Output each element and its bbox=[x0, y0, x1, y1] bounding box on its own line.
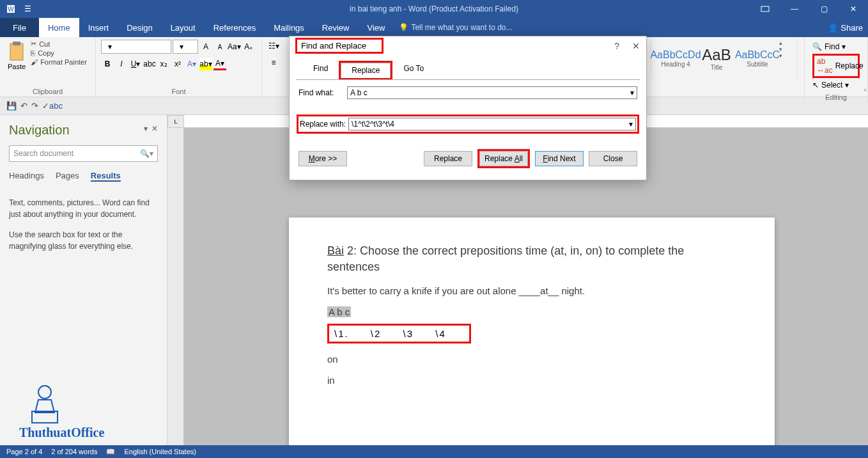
replace-with-input[interactable]: \1^t\2^t\3^t\4▾ bbox=[348, 118, 636, 130]
nav-tab-headings[interactable]: Headings bbox=[9, 171, 44, 182]
font-color-button[interactable]: A▾ bbox=[213, 58, 226, 70]
doc-result-row: \1. \2 \3 \4 bbox=[327, 324, 471, 344]
status-language[interactable]: English (United States) bbox=[124, 448, 196, 455]
style-heading4[interactable]: AaBbCcDdHeading 4 bbox=[656, 40, 695, 77]
style-name: Title bbox=[711, 64, 723, 71]
replace-button[interactable]: ab↔acReplace bbox=[812, 54, 860, 78]
tab-file[interactable]: File bbox=[0, 18, 39, 37]
navigation-search-input[interactable]: Search document 🔍▾ bbox=[9, 145, 158, 162]
dialog-tab-replace[interactable]: Replace bbox=[341, 63, 391, 78]
minimize-button[interactable]: — bbox=[780, 0, 809, 18]
italic-button[interactable]: I bbox=[115, 58, 128, 70]
chevron-down-icon: ▾ bbox=[108, 42, 112, 51]
undo-icon[interactable]: ↶ bbox=[20, 101, 27, 111]
result-cell: \1. bbox=[334, 328, 349, 339]
abc-highlight: A b c bbox=[327, 306, 351, 317]
status-proofing-icon[interactable]: 📖 bbox=[106, 448, 115, 456]
shrink-font-button[interactable]: A bbox=[213, 40, 226, 53]
find-button[interactable]: 🔍Find▾ bbox=[812, 42, 860, 51]
tab-view[interactable]: View bbox=[358, 18, 394, 37]
chevron-down-icon[interactable]: ▾ bbox=[629, 120, 633, 129]
spellcheck-icon[interactable]: ✓abc bbox=[42, 101, 63, 111]
tab-insert[interactable]: Insert bbox=[79, 18, 118, 37]
font-size-combo[interactable]: ▾ bbox=[173, 40, 198, 54]
document-page[interactable]: Bài 2: Choose the correct prepositions t… bbox=[289, 217, 775, 445]
highlight-button[interactable]: ab▾ bbox=[199, 58, 212, 70]
tab-home[interactable]: Home bbox=[39, 18, 79, 37]
nav-hint-1: Text, comments, pictures... Word can fin… bbox=[9, 197, 158, 220]
tab-references[interactable]: References bbox=[205, 18, 265, 37]
text-effects-button[interactable]: A▾ bbox=[185, 58, 198, 70]
dialog-help-icon[interactable]: ? bbox=[614, 41, 619, 51]
status-words[interactable]: 2 of 204 words bbox=[51, 448, 97, 455]
navigation-title: Navigation bbox=[9, 123, 158, 138]
tell-me-search[interactable]: 💡 Tell me what you want to do... bbox=[399, 18, 512, 37]
replace-with-label: Replace with: bbox=[300, 120, 348, 129]
format-painter-button[interactable]: 🖌Format Painter bbox=[31, 58, 87, 66]
bullets-button[interactable]: ☷▾ bbox=[267, 40, 280, 52]
superscript-button[interactable]: x² bbox=[171, 58, 184, 70]
cut-button[interactable]: ✂Cut bbox=[31, 40, 87, 48]
replace-all-button[interactable]: Replace All bbox=[479, 151, 528, 166]
paste-button[interactable]: Paste bbox=[5, 40, 28, 72]
more-button[interactable]: MMore >>ore >> bbox=[298, 151, 347, 166]
clear-formatting-button[interactable]: Aₓ bbox=[242, 40, 255, 53]
tell-me-placeholder: Tell me what you want to do... bbox=[411, 23, 512, 32]
status-page[interactable]: Page 2 of 4 bbox=[6, 448, 42, 455]
font-group-label: Font bbox=[101, 86, 256, 95]
ruler-vertical[interactable] bbox=[167, 128, 184, 445]
svg-rect-3 bbox=[761, 6, 769, 12]
share-button[interactable]: 👤 Share bbox=[828, 18, 863, 37]
tab-review[interactable]: Review bbox=[313, 18, 359, 37]
style-title[interactable]: AaBTitle bbox=[697, 40, 736, 77]
group-paragraph: ☷▾ ≡ bbox=[262, 37, 288, 97]
dialog-tab-goto[interactable]: Go To bbox=[392, 61, 435, 79]
style-name: Heading 4 bbox=[661, 61, 690, 68]
lightbulb-icon: 💡 bbox=[399, 23, 408, 32]
tab-layout[interactable]: Layout bbox=[162, 18, 205, 37]
ruler-corner[interactable]: L bbox=[167, 115, 184, 128]
redo-icon[interactable]: ↷ bbox=[31, 101, 38, 111]
find-next-button[interactable]: Find Next bbox=[535, 151, 584, 166]
collapse-ribbon-icon[interactable]: ^ bbox=[864, 88, 867, 95]
close-window-button[interactable]: ✕ bbox=[839, 0, 868, 18]
editing-group-label: Editing bbox=[810, 92, 862, 101]
align-left-button[interactable]: ≡ bbox=[267, 56, 280, 69]
group-editing: 🔍Find▾ ab↔acReplace ↖Select▾ Editing bbox=[804, 37, 868, 102]
subscript-button[interactable]: x₂ bbox=[157, 58, 170, 70]
change-case-button[interactable]: Aa▾ bbox=[228, 40, 241, 53]
title-bar: W ☰ in bai tieng anh - Word (Product Act… bbox=[0, 0, 868, 18]
tab-design[interactable]: Design bbox=[118, 18, 161, 37]
underline-button[interactable]: U▾ bbox=[129, 58, 142, 70]
font-family-combo[interactable]: ▾ bbox=[101, 40, 171, 54]
replace-one-button[interactable]: Replace bbox=[424, 151, 472, 166]
strikethrough-button[interactable]: abc bbox=[143, 58, 156, 70]
nav-dropdown-icon[interactable]: ▾ bbox=[144, 124, 148, 133]
doc-on: on bbox=[327, 354, 736, 365]
nav-close-icon[interactable]: ✕ bbox=[151, 124, 158, 133]
result-cell: \2 bbox=[371, 328, 382, 339]
styles-gallery-scroll[interactable]: ▴▾▾ bbox=[779, 40, 782, 59]
style-subtitle[interactable]: AaBbCcCSubtitle bbox=[738, 40, 777, 77]
maximize-button[interactable]: ▢ bbox=[809, 0, 839, 18]
brush-icon: 🖌 bbox=[31, 58, 38, 66]
grow-font-button[interactable]: A bbox=[199, 40, 212, 53]
dialog-close-button[interactable]: Close bbox=[589, 151, 637, 166]
bold-button[interactable]: B bbox=[101, 58, 114, 70]
word-app-icon[interactable]: W bbox=[4, 2, 18, 16]
copy-button[interactable]: ⎘Copy bbox=[31, 49, 87, 57]
nav-tab-results[interactable]: Results bbox=[91, 171, 121, 182]
tab-mailings[interactable]: Mailings bbox=[265, 18, 313, 37]
dialog-tab-find[interactable]: Find bbox=[302, 61, 339, 79]
nav-tab-pages[interactable]: Pages bbox=[56, 171, 79, 182]
select-button[interactable]: ↖Select▾ bbox=[812, 81, 860, 90]
ribbon-display-icon[interactable] bbox=[750, 0, 780, 18]
watermark-logo: ThuthuatOffice bbox=[19, 381, 104, 440]
find-what-input[interactable]: A b c▾ bbox=[347, 86, 637, 99]
dialog-close-icon[interactable]: ✕ bbox=[632, 41, 640, 51]
save-icon[interactable]: 💾 bbox=[6, 101, 17, 111]
result-cell: \4 bbox=[435, 328, 446, 339]
chevron-down-icon[interactable]: ▾ bbox=[630, 88, 634, 97]
heading-prefix: Bài bbox=[327, 244, 344, 257]
qat-touch-icon[interactable]: ☰ bbox=[20, 2, 35, 16]
